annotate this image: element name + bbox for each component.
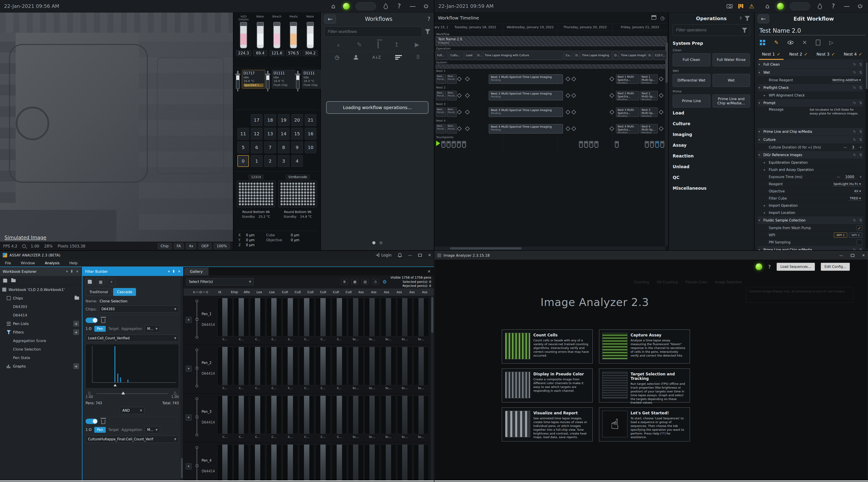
- operation-category-reaction[interactable]: Reaction: [673, 151, 750, 161]
- slot-cell-8[interactable]: 8: [278, 141, 289, 153]
- refresh-icon[interactable]: ↻: [853, 101, 856, 105]
- field-value[interactable]: Wetting Additive ▾: [831, 78, 862, 83]
- tree-row-full-clean[interactable]: ▾Full Clean↻⇅: [757, 61, 863, 68]
- open-folder-icon[interactable]: [11, 279, 16, 282]
- pen-thumbnail[interactable]: C...: [234, 298, 249, 345]
- camera-icon[interactable]: [727, 4, 733, 8]
- reorder-icon[interactable]: ⇅: [859, 248, 862, 250]
- nest-tab-nest-1[interactable]: Nest 1✓: [757, 49, 785, 60]
- tree-row-message[interactable]: MessageSet Incubator to Chill State for …: [757, 107, 863, 128]
- histogram[interactable]: [86, 344, 179, 388]
- home-icon[interactable]: ⌂: [330, 2, 337, 10]
- pen-thumbnail[interactable]: C...: [332, 347, 347, 393]
- tree-row-fluidic-sample-collection[interactable]: ▾Fluidic Sample Collection↻⇅: [757, 216, 863, 224]
- filter-builder-scrollbar[interactable]: [181, 277, 183, 480]
- filter-enabled-toggle[interactable]: [86, 318, 98, 323]
- target-toggle[interactable]: Target: [108, 327, 119, 331]
- pen-thumbnail[interactable]: Sc...: [348, 395, 363, 442]
- feature-card-let-s-get-started[interactable]: ☝Let's Get Started!To start, choose 'Loa…: [599, 408, 690, 442]
- nest-main-bar[interactable]: Nest 1 Multi-Spectral Time Lapse Imaging…: [489, 74, 563, 84]
- tree-row-import-operation[interactable]: ▸Import Operation: [757, 202, 863, 209]
- reorder-icon[interactable]: ⇅: [859, 70, 862, 74]
- pen-thumbnail[interactable]: C...: [250, 444, 265, 481]
- column-header-loa[interactable]: Loa: [256, 290, 268, 294]
- minimize-icon[interactable]: —: [839, 253, 843, 258]
- pen-thumbnail[interactable]: Sc...: [381, 444, 396, 481]
- nest-block-small[interactable]: Nest...Pendi...: [436, 124, 446, 133]
- column-header-ass[interactable]: Ass: [408, 290, 421, 294]
- expand-row-button[interactable]: +: [185, 317, 192, 323]
- login-button[interactable]: Login: [375, 253, 392, 257]
- slot-cell-7[interactable]: 7: [264, 141, 276, 153]
- pen-thumbnail[interactable]: C...: [283, 444, 298, 481]
- nest-block-small[interactable]: Nest...Pendi...: [447, 74, 457, 84]
- slot-cell-13[interactable]: 13: [264, 128, 276, 139]
- nest-right-block[interactable]: Nest 2 Multi-Spectra...Pending: [616, 91, 639, 100]
- operation-category-culture[interactable]: Culture: [673, 118, 750, 129]
- nest-main-bar[interactable]: Nest 4 Multi-Spectral Time Lapse Imaging…: [489, 124, 563, 133]
- pen-thumbnail[interactable]: C...: [332, 395, 347, 442]
- nest-right-block[interactable]: Nest 3 Multi-Sp...Pending: [640, 107, 657, 117]
- tree-row-preflight-check[interactable]: ▾Preflight Check↻⇅: [757, 84, 863, 92]
- slot-cell-0[interactable]: 0: [238, 155, 249, 167]
- list-view-icon[interactable]: ▤: [362, 279, 369, 285]
- pen-thumbnail[interactable]: C...: [299, 298, 314, 345]
- feature-card-visualize-and-report[interactable]: Visualize and ReportSee animated time la…: [502, 408, 593, 442]
- operation-block-cu[interactable]: Cu...: [564, 51, 573, 60]
- close-icon[interactable]: ✕: [862, 253, 865, 258]
- touchpoint-vial-icon[interactable]: [462, 141, 466, 148]
- column-header-cult[interactable]: Cult: [306, 290, 319, 294]
- help-icon[interactable]: ?: [739, 16, 742, 21]
- pen-thumbnail[interactable]: C...: [266, 298, 282, 345]
- operation-button-full-clean[interactable]: Full Clean: [673, 53, 710, 66]
- back-button[interactable]: ←: [757, 14, 769, 23]
- operation-block-d[interactable]: D...: [647, 51, 653, 60]
- help-icon[interactable]: ?: [395, 2, 403, 10]
- close-icon[interactable]: ✕: [76, 269, 79, 274]
- pen-thumbnail[interactable]: C...: [234, 395, 249, 442]
- columns-layout-icon[interactable]: [738, 4, 743, 8]
- operation-block-full[interactable]: Full...: [436, 51, 448, 60]
- reagent-vial[interactable]: Water69.4: [252, 15, 268, 68]
- zoom-lens-icon[interactable]: [22, 244, 26, 248]
- slot-cell-12[interactable]: 12: [251, 128, 262, 139]
- maximize-icon[interactable]: [851, 254, 854, 257]
- panel-menu-icon[interactable]: ▾: [168, 269, 170, 274]
- pen-thumbnail[interactable]: Sc...: [348, 444, 363, 481]
- tree-item-clone-selection[interactable]: Clone Selection: [0, 345, 81, 353]
- restore-icon[interactable]: [418, 254, 422, 257]
- pen-thumbnail[interactable]: C...: [315, 395, 331, 442]
- operation-button-wet[interactable]: Wet: [713, 74, 750, 87]
- menu-analysis[interactable]: Analysis: [45, 261, 60, 265]
- folder-icon[interactable]: [74, 296, 79, 300]
- increment-button[interactable]: +: [859, 175, 862, 179]
- slot-cell-21[interactable]: 21: [305, 114, 316, 126]
- pen-thumbnail[interactable]: Sc...: [397, 347, 412, 393]
- field-value[interactable]: 4X ▾: [853, 189, 862, 194]
- document-icon[interactable]: [816, 40, 820, 45]
- pen-toggle-button[interactable]: Pen: [94, 326, 106, 332]
- system-bar[interactable]: [436, 65, 667, 68]
- reagent-vial[interactable]: H2O Column224.3: [236, 15, 251, 68]
- column-tube-d1717[interactable]: D1717Idle16.6 °CSpeckled 17598: [235, 70, 265, 109]
- delete-filter-icon[interactable]: [101, 419, 105, 424]
- reorder-icon[interactable]: ⇅: [859, 153, 862, 157]
- droplet-icon[interactable]: [382, 2, 390, 10]
- plate-barcode[interactable]: SimBarcode: [286, 175, 310, 179]
- import-workflow-icon[interactable]: ↥: [394, 41, 399, 49]
- pen-thumbnail[interactable]: Sc...: [348, 347, 363, 393]
- delete-workflow-icon[interactable]: [378, 41, 378, 49]
- slot-cell-4[interactable]: 4: [291, 155, 303, 167]
- warning-icon[interactable]: ⚠: [749, 3, 754, 10]
- slot-cell-2[interactable]: 2: [264, 155, 276, 167]
- nest-block-small[interactable]: Nest...Pendi...: [447, 107, 457, 117]
- max-handle[interactable]: △: [174, 390, 177, 395]
- pen-thumbnail[interactable]: C...: [217, 444, 232, 481]
- slot-cell-14[interactable]: 14: [278, 128, 289, 139]
- pen-thumbnail[interactable]: C...: [332, 298, 347, 345]
- refresh-icon[interactable]: ↻: [853, 218, 856, 222]
- reorder-icon[interactable]: ⇅: [859, 62, 862, 66]
- operations-filter-input[interactable]: [673, 24, 750, 36]
- pen-thumbnail[interactable]: C...: [283, 395, 298, 442]
- power-icon[interactable]: [856, 2, 864, 10]
